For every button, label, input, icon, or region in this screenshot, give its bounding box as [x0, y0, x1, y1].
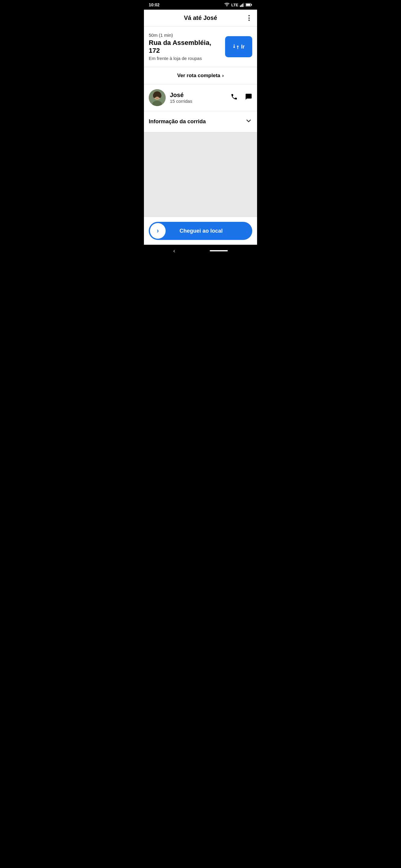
message-icon	[245, 93, 252, 100]
svg-point-11	[153, 93, 156, 98]
phone-icon	[231, 93, 238, 100]
status-time: 10:02	[149, 2, 160, 7]
arrived-button[interactable]: › Cheguei ao local	[149, 222, 252, 240]
arrived-button-arrow-icon: ›	[156, 227, 159, 235]
back-button[interactable]: ‹	[173, 248, 175, 254]
route-info-section: 50m (1 min) Rua da Assembléia, 172 Em fr…	[144, 27, 257, 67]
route-swap-icon	[233, 43, 239, 50]
chevron-icon	[245, 117, 252, 124]
signal-icon	[240, 3, 244, 7]
message-button[interactable]	[245, 93, 252, 102]
full-route-arrow-icon: ›	[222, 73, 224, 79]
avatar	[149, 89, 166, 106]
header-title: Vá até José	[184, 14, 217, 22]
wifi-icon	[224, 3, 230, 7]
full-route-text: Ver rota completa	[177, 73, 220, 79]
arrived-button-circle: ›	[150, 223, 166, 239]
bottom-section: › Cheguei ao local	[144, 217, 257, 245]
passenger-name: José	[170, 92, 226, 98]
svg-rect-4	[244, 3, 244, 7]
route-time-distance: 50m (1 min)	[149, 33, 220, 38]
route-address: Rua da Assembléia, 172	[149, 39, 220, 55]
avatar-image	[149, 89, 166, 106]
contact-icons	[231, 93, 252, 102]
svg-rect-6	[251, 4, 252, 6]
battery-icon	[246, 3, 252, 7]
svg-rect-3	[242, 4, 243, 7]
svg-point-12	[159, 93, 162, 98]
arrived-button-label: Cheguei ao local	[166, 228, 236, 234]
passenger-rides: 15 corridas	[170, 98, 226, 104]
route-note: Em frente à loja de roupas	[149, 56, 220, 61]
svg-rect-7	[246, 4, 251, 6]
full-route-link[interactable]: Ver rota completa ›	[144, 67, 257, 84]
svg-point-13	[156, 96, 156, 97]
map-area	[144, 132, 257, 217]
chevron-down-icon	[245, 117, 252, 126]
ride-info-label: Informação da corrida	[149, 119, 206, 125]
lte-label: LTE	[231, 3, 238, 7]
passenger-info-section: José 15 corridas	[144, 84, 257, 111]
go-button-label: Ir	[241, 44, 245, 50]
route-details: 50m (1 min) Rua da Assembléia, 172 Em fr…	[149, 33, 220, 61]
call-button[interactable]	[231, 93, 238, 102]
svg-rect-1	[240, 5, 241, 7]
svg-point-0	[227, 6, 227, 6]
status-icons: LTE	[224, 3, 252, 7]
passenger-details: José 15 corridas	[170, 92, 226, 104]
status-bar: 10:02 LTE	[144, 0, 257, 10]
phone-frame: 10:02 LTE	[144, 0, 257, 257]
go-button[interactable]: Ir	[225, 36, 252, 57]
svg-point-14	[158, 96, 159, 97]
ride-info-accordion[interactable]: Informação da corrida	[144, 111, 257, 132]
svg-rect-2	[241, 4, 242, 7]
more-options-button[interactable]: ⋮	[246, 15, 252, 22]
header: Vá até José ⋮	[144, 10, 257, 27]
home-indicator	[210, 250, 228, 251]
nav-bar: ‹	[144, 245, 257, 257]
